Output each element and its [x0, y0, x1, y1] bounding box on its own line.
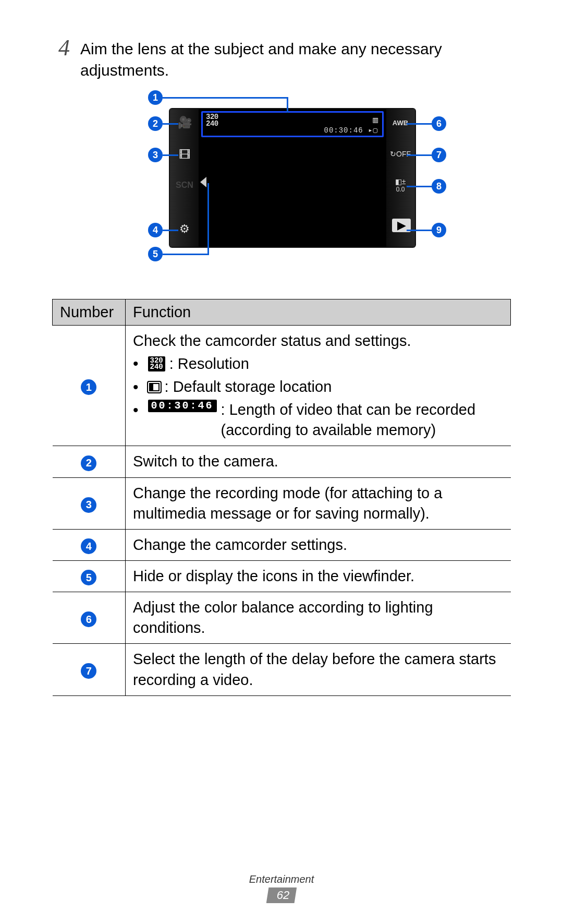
camera-mode-icon[interactable]: 🎥	[174, 112, 195, 133]
row1-storage-line: : Default storage location	[133, 377, 504, 398]
callout-badge-9: 9	[432, 223, 446, 237]
row-badge: 3	[81, 497, 96, 513]
camcorder-screen: 🎥 🎞 SCN ⚙ AWB ↻OFF ◧± 0.0 ▶ 320 240 ▥ 00…	[170, 109, 415, 247]
battery-icon: ▥	[373, 115, 378, 125]
storage-icon	[148, 382, 161, 392]
row4-text: Change the camcorder settings.	[126, 529, 511, 560]
callout-lead	[407, 230, 433, 231]
step-row: 4 Aim the lens at the subject and make a…	[52, 37, 511, 81]
row-badge: 4	[81, 538, 96, 554]
step-text: Aim the lens at the subject and make any…	[80, 37, 511, 81]
callout-badge-4: 4	[148, 223, 163, 237]
status-bar: 320 240 ▥ 00:30:46 ▸▢	[201, 111, 384, 137]
callout-badge-7: 7	[432, 148, 446, 162]
time-icon: 00:30:46	[148, 400, 217, 412]
awb-icon[interactable]: AWB	[390, 112, 411, 133]
footer-section: Entertainment	[0, 873, 563, 885]
callout-badge-6: 6	[432, 116, 446, 131]
callout-badge-8: 8	[432, 179, 446, 194]
footer-page-number: 62	[266, 887, 297, 903]
row7-text: Select the length of the delay before th…	[126, 644, 511, 695]
page-footer: Entertainment 62	[0, 873, 563, 903]
callout-lead	[287, 97, 288, 113]
status-resolution: 320 240	[206, 114, 218, 127]
exposure-value: 0.0	[396, 186, 405, 193]
timer-icon[interactable]: ↻OFF	[390, 143, 411, 164]
exposure-icon[interactable]: ◧± 0.0	[390, 175, 411, 196]
callout-badge-5: 5	[148, 247, 163, 261]
table-row: 6 Adjust the color balance according to …	[53, 592, 511, 644]
scn-icon[interactable]: SCN	[174, 175, 195, 196]
table-header-number: Number	[53, 299, 126, 326]
step-number: 4	[52, 37, 70, 59]
callout-lead	[163, 230, 178, 231]
expand-indicator-icon[interactable]	[200, 177, 206, 187]
table-row: 5 Hide or display the icons in the viewf…	[53, 560, 511, 592]
callout-lead	[407, 186, 433, 187]
row-badge: 6	[81, 611, 96, 627]
row-badge: 1	[81, 379, 96, 395]
row1-resolution-line: 320 240 : Resolution	[133, 353, 504, 375]
resolution-icon: 320 240	[148, 356, 165, 371]
table-row: 4 Change the camcorder settings.	[53, 529, 511, 560]
callout-badge-3: 3	[148, 148, 163, 162]
row-badge: 2	[81, 455, 96, 471]
function-table: Number Function 1 Check the camcorder st…	[52, 299, 511, 696]
callout-lead	[163, 97, 288, 99]
row1-lead: Check the camcorder status and settings.	[133, 331, 504, 351]
callout-lead	[207, 183, 209, 255]
table-header-function: Function	[126, 299, 511, 326]
callout-badge-1: 1	[148, 90, 163, 105]
table-row: 2 Switch to the camera.	[53, 446, 511, 477]
table-row: 7 Select the length of the delay before …	[53, 644, 511, 695]
exposure-glyph: ◧±	[395, 177, 406, 186]
callout-lead	[163, 123, 178, 125]
callout-lead	[407, 154, 433, 156]
callout-badge-2: 2	[148, 116, 163, 131]
row6-text: Adjust the color balance according to li…	[126, 592, 511, 644]
table-row: 3 Change the recording mode (for attachi…	[53, 477, 511, 529]
settings-icon[interactable]: ⚙	[174, 219, 195, 239]
callout-lead	[163, 254, 209, 255]
callout-lead	[407, 123, 433, 125]
row-badge: 5	[81, 570, 96, 585]
row1-time-line: 00:30:46 : Length of video that can be r…	[133, 400, 504, 440]
status-time: 00:30:46 ▸▢	[324, 126, 378, 135]
row2-text: Switch to the camera.	[126, 446, 511, 477]
right-toolbar: AWB ↻OFF ◧± 0.0 ▶	[386, 109, 415, 247]
camcorder-diagram: 1 2 3 4 5 6 7 8 9 🎥 🎞 SCN ⚙	[115, 90, 448, 283]
table-row: 1 Check the camcorder status and setting…	[53, 326, 511, 446]
callout-lead	[163, 154, 178, 156]
row5-text: Hide or display the icons in the viewfin…	[126, 560, 511, 592]
row-badge: 7	[81, 663, 96, 679]
row3-text: Change the recording mode (for attaching…	[126, 477, 511, 529]
left-toolbar: 🎥 🎞 SCN ⚙	[170, 109, 199, 247]
